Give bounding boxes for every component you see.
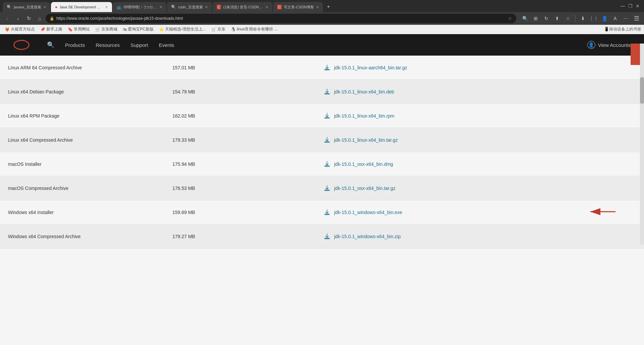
bookmark-jd2[interactable]: 🛒 京东 [209, 26, 227, 33]
mobile-bookmarks[interactable]: 📱移动设备上的书签 [604, 26, 641, 32]
scrollbar[interactable] [640, 44, 644, 245]
download-link[interactable]: jdk-15.0.1_windows-x64_bin.exe [323, 209, 402, 216]
tab-close-3[interactable]: ✕ [205, 5, 208, 9]
bookmark-icon: 🛒 [95, 27, 100, 32]
download-link-col: jdk-15.0.1_linux-x64_bin.deb [315, 88, 644, 95]
bookmark-icon: ⭐ [159, 27, 164, 32]
reload-button[interactable]: ↻ [24, 14, 34, 23]
scrollbar-thumb[interactable] [640, 77, 644, 104]
nav-support[interactable]: Support [130, 42, 148, 48]
bookmark-newuser[interactable]: 📌 新手上路 [38, 26, 64, 33]
download-filename: jdk-15.0.1_linux-x64_bin.rpm [334, 113, 394, 119]
download-size: 176.53 MB [164, 186, 315, 191]
table-row: macOS Compressed Archive 176.53 MB jdk-1… [0, 176, 644, 200]
account-icon: 👤 [587, 41, 595, 49]
address-bar[interactable]: 🔒 https://www.oracle.com/java/technologi… [46, 14, 516, 23]
table-row: macOS Installer 175.94 MB jdk-15.0.1_osx… [0, 152, 644, 176]
download-icon [323, 136, 331, 144]
home-button[interactable]: ⌂ [35, 14, 44, 23]
forward-button[interactable]: › [13, 14, 23, 23]
tab-csdn-write[interactable]: C 写文章-CSDN博客 ✕ [273, 2, 323, 12]
download-icon [323, 160, 331, 168]
more-tools-icon[interactable]: ⋯ [621, 14, 631, 23]
bookmark-icon: 🛍 [123, 27, 127, 32]
download-icon[interactable]: ⬇ [578, 14, 588, 23]
tab-close-2[interactable]: ✕ [159, 5, 162, 9]
tab-bilibili[interactable]: 📺 哔哩哔哩( '- ')つロ 干杯~- ✕ [113, 2, 166, 12]
table-row: Linux ARM 64 Compressed Archive 157.01 M… [0, 56, 644, 80]
download-name: Linux x64 Debian Package [0, 89, 164, 94]
bookmark-linux[interactable]: 🐧 linux常用命令有哪些 ... [229, 26, 280, 33]
sidebar-icon[interactable]: ⊞ [531, 14, 540, 23]
download-name: Windows x64 Installer [0, 210, 164, 215]
oracle-oval-logo [13, 40, 30, 50]
bookmark-taobao[interactable]: 🛍 爱淘宝PC新版 [121, 26, 156, 33]
view-accounts[interactable]: 👤 View Accounts [587, 41, 631, 49]
download-name: Linux x64 Compressed Archive [0, 137, 164, 143]
new-tab-button[interactable]: + [324, 2, 333, 11]
download-size: 162.02 MB [164, 113, 315, 119]
download-link[interactable]: jdk-15.0.1_osx-x64_bin.tar.gz [323, 185, 395, 192]
minimize-button[interactable]: ─ [621, 4, 625, 8]
tab-close-4[interactable]: ✕ [265, 5, 268, 9]
download-icon [323, 185, 331, 192]
restore-button[interactable]: ❐ [628, 4, 633, 8]
tab-csdn-home[interactable]: C (1条消息) 首页-CSDN博客 ✕ [213, 2, 273, 12]
search-icon[interactable]: 🔍 [520, 14, 530, 23]
oracle-navigation: 🔍 Products Resources Support Events 👤 Vi… [0, 34, 644, 56]
download-icon [323, 64, 331, 71]
download-link-col: jdk-15.0.1_linux-aarch64_bin.tar.gz [315, 64, 644, 71]
download-size: 175.94 MB [164, 161, 315, 167]
download-link[interactable]: jdk-15.0.1_windows-x64_bin.zip [323, 233, 400, 240]
browser-chrome: 🔍 javase_百度搜索 ✕ ● Java SE Development Ki… [0, 0, 644, 34]
tab-csdn-search[interactable]: 🔍 csdn_百度搜索 ✕ [167, 2, 212, 12]
download-link-col: jdk-15.0.1_osx-x64_bin.tar.gz [315, 185, 644, 192]
bookmarks-bar: 🦊 火狐官方站点 📌 新手上路 🔖 常用网址 🛒 京东商城 🛍 爱淘宝PC新版 … [0, 25, 644, 34]
download-link[interactable]: jdk-15.0.1_osx-x64_bin.dmg [323, 160, 393, 168]
toolbar-divider [575, 15, 576, 22]
collections-icon[interactable]: ⋮⋮ [589, 14, 598, 23]
refresh-icon[interactable]: ↻ [542, 14, 551, 23]
table-row: Windows x64 Installer 159.69 MB jdk-15.0… [0, 200, 644, 224]
tab-close-0[interactable]: ✕ [43, 5, 46, 9]
share-icon[interactable]: ⬆ [552, 14, 562, 23]
star-icon[interactable]: ☆ [508, 16, 512, 21]
download-icon [323, 88, 331, 95]
tab-javase[interactable]: 🔍 javase_百度搜索 ✕ [3, 2, 50, 12]
download-link[interactable]: jdk-15.0.1_linux-aarch64_bin.tar.gz [323, 64, 407, 71]
tab-close-5[interactable]: ✕ [316, 5, 319, 9]
bookmark-firefox[interactable]: 🦊 火狐官方站点 [3, 26, 37, 33]
bookmark-icon: 🦊 [5, 27, 10, 32]
table-row: Linux x64 Compressed Archive 179.33 MB j… [0, 128, 644, 152]
menu-icon[interactable]: ☰ [632, 14, 641, 23]
table-row: Linux x64 RPM Package 162.02 MB jdk-15.0… [0, 104, 644, 128]
download-link-col: jdk-15.0.1_osx-x64_bin.dmg [315, 160, 644, 168]
bookmark-tmall[interactable]: ⭐ 天猫精选-理想生活上... [157, 26, 208, 33]
tab-close-1[interactable]: ✕ [105, 5, 108, 9]
lock-icon: 🔒 [50, 16, 54, 21]
nav-resources[interactable]: Resources [96, 42, 120, 48]
download-name: Linux x64 RPM Package [0, 113, 164, 119]
translate-icon[interactable]: A [610, 14, 620, 23]
download-link[interactable]: jdk-15.0.1_linux-x64_bin.rpm [323, 112, 394, 120]
download-content: Linux ARM 64 Compressed Archive 157.01 M… [0, 56, 644, 249]
download-name: Windows x64 Compressed Archive [0, 234, 164, 239]
nav-products[interactable]: Products [65, 42, 85, 48]
tab-javase-jdk15[interactable]: ● Java SE Development Kit 15 ✕ [51, 2, 112, 12]
download-link[interactable]: jdk-15.0.1_linux-x64_bin.deb [323, 88, 394, 95]
bookmark-jd[interactable]: 🛒 京东商城 [93, 26, 119, 33]
download-link-col: jdk-15.0.1_windows-x64_bin.zip [315, 233, 644, 240]
bookmark-icon: 🔖 [68, 27, 73, 32]
download-link[interactable]: jdk-15.0.1_linux-x64_bin.tar.gz [323, 136, 398, 144]
nav-events[interactable]: Events [159, 42, 174, 48]
download-filename: jdk-15.0.1_linux-x64_bin.tar.gz [334, 137, 398, 143]
oracle-logo[interactable] [13, 40, 30, 50]
download-name: macOS Compressed Archive [0, 186, 164, 191]
back-button[interactable]: ‹ [3, 14, 12, 23]
download-size: 154.79 MB [164, 89, 315, 94]
profile-icon[interactable]: 👤 [600, 14, 609, 23]
bookmark-common[interactable]: 🔖 常用网址 [66, 26, 92, 33]
close-button[interactable]: ✕ [635, 4, 640, 8]
nav-search-icon[interactable]: 🔍 [47, 41, 54, 49]
favorite-icon[interactable]: ☆ [563, 14, 573, 23]
